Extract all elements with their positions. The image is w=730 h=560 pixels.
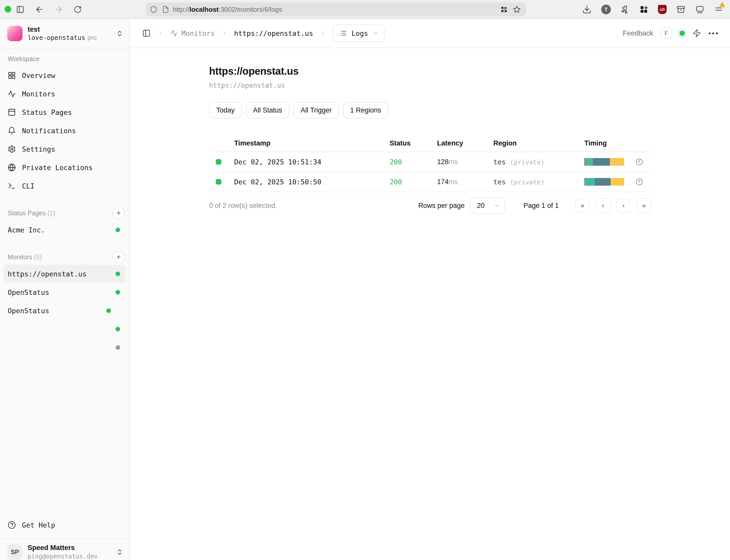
sidebar-item-monitors[interactable]: Monitors	[0, 85, 129, 103]
status-dot	[116, 345, 120, 350]
account-avatar[interactable]: T	[601, 5, 611, 14]
workspace-switcher[interactable]: test love-openstatuspro	[0, 19, 129, 48]
tab-frame-icon[interactable]	[695, 5, 704, 14]
status-dot	[116, 228, 120, 232]
live-status-dot	[680, 31, 685, 36]
prev-page-button[interactable]: ‹	[595, 198, 610, 213]
page-subtitle: https://openstat.us	[209, 82, 730, 89]
more-options-button[interactable]	[709, 32, 718, 34]
first-page-button[interactable]: «	[575, 198, 590, 213]
next-page-button[interactable]: ›	[616, 198, 631, 213]
monitor-item[interactable]: https://openstat.us	[4, 265, 126, 283]
sidebar-item-status-pages[interactable]: Status Pages	[0, 103, 129, 121]
feedback-shortcut-badge: F	[661, 28, 672, 39]
forward-icon[interactable]	[54, 5, 63, 14]
cell-status: 200	[389, 158, 437, 166]
page-icon[interactable]	[162, 6, 169, 13]
filter-status[interactable]: All Status	[246, 102, 289, 118]
chevrons-up-down-icon[interactable]	[116, 548, 123, 556]
status-page-item[interactable]: Acme Inc.	[4, 221, 126, 239]
workspace-avatar	[7, 26, 23, 41]
url-text: http://localhost:3002/monitors/6/logs	[173, 6, 282, 14]
main-panel: Monitors https://openstat.us Logs Feedba…	[130, 19, 730, 560]
status-dot	[116, 290, 120, 295]
chevron-down-icon	[373, 30, 378, 36]
col-status[interactable]: Status	[389, 139, 437, 147]
cell-region: tes (private)	[493, 158, 584, 166]
cell-latency: 174ms	[437, 178, 493, 186]
cell-timestamp: Dec 02, 2025 10:51:34	[234, 158, 389, 166]
get-help-button[interactable]: Get Help	[0, 516, 129, 534]
page-header: Monitors https://openstat.us Logs Feedba…	[130, 19, 730, 48]
col-timing[interactable]: Timing	[584, 139, 651, 147]
col-region[interactable]: Region	[493, 139, 584, 147]
filter-trigger[interactable]: All Trigger	[294, 102, 339, 118]
breadcrumb: Monitors https://openstat.us Logs	[142, 25, 385, 42]
url-bar[interactable]: http://localhost:3002/monitors/6/logs	[146, 2, 526, 17]
user-menu[interactable]: SP Speed Matters ping@openstatus.dev	[0, 539, 129, 560]
col-timestamp[interactable]: Timestamp	[234, 139, 389, 147]
zap-icon[interactable]	[692, 29, 701, 38]
sidebar-item-settings[interactable]: Settings	[0, 140, 129, 158]
status-dot	[116, 272, 120, 276]
sidebar-item-cli[interactable]: CLI	[0, 177, 129, 195]
status-dot	[116, 327, 120, 331]
panel-toggle-icon[interactable]	[142, 29, 151, 38]
terminal-icon	[8, 182, 16, 190]
back-icon[interactable]	[35, 5, 44, 14]
chevron-right-icon	[320, 30, 326, 36]
add-monitor-button[interactable]: +	[113, 251, 125, 263]
sidebar-item-private-locations[interactable]: Private Locations	[0, 158, 129, 177]
filter-date[interactable]: Today	[209, 102, 242, 118]
timing-bar	[584, 158, 624, 166]
breadcrumb-monitors[interactable]: Monitors	[170, 29, 215, 37]
selection-info: 0 of 2 row(s) selected.	[209, 202, 277, 210]
reload-icon[interactable]	[74, 5, 82, 14]
traffic-light-button[interactable]	[5, 6, 11, 13]
table-footer: 0 of 2 row(s) selected. Rows per page 20…	[209, 197, 651, 214]
monitor-item[interactable]: OpenStatus	[4, 283, 126, 301]
bookmark-star-icon[interactable]	[513, 5, 521, 14]
cell-timing	[584, 178, 651, 186]
download-icon[interactable]	[582, 5, 591, 14]
sidebar-toggle-icon[interactable]	[16, 5, 25, 14]
cell-latency: 128ms	[437, 158, 493, 166]
col-latency[interactable]: Latency	[437, 139, 493, 147]
monitor-item[interactable]: OpenStatus	[4, 301, 126, 320]
panel-icon	[8, 108, 16, 116]
monitor-item[interactable]	[4, 338, 126, 357]
monitor-item[interactable]	[4, 320, 126, 338]
table-row[interactable]: Dec 02, 2025 10:50:50 200 174ms tes (pri…	[209, 172, 651, 192]
page-title: https://openstat.us	[209, 65, 730, 77]
clock-icon[interactable]	[635, 178, 643, 186]
list-icon	[339, 29, 347, 37]
view-selector-button[interactable]: Logs	[333, 25, 385, 42]
breadcrumb-monitor-name[interactable]: https://openstat.us	[234, 29, 313, 37]
container-icon[interactable]	[500, 6, 508, 13]
add-status-page-button[interactable]: +	[113, 207, 125, 219]
filter-regions[interactable]: 1 Regions	[343, 102, 388, 118]
sidebar-item-overview[interactable]: Overview	[0, 66, 129, 85]
update-badge	[719, 1, 726, 7]
shield-icon[interactable]	[150, 6, 158, 13]
chevrons-up-down-icon[interactable]	[116, 30, 123, 37]
clock-icon[interactable]	[635, 158, 643, 166]
workspace-section-label: Workspace	[8, 55, 122, 63]
monitors-section-header: Monitors (5) +	[0, 249, 129, 265]
status-pages-section-header: Status Pages (1) +	[0, 205, 129, 221]
logs-page: https://openstat.us https://openstat.us …	[130, 48, 730, 214]
rows-per-page-select[interactable]: 20	[470, 197, 505, 214]
ublock-shield-icon[interactable]: uO	[658, 5, 667, 14]
feedback-button[interactable]: Feedback	[623, 29, 653, 37]
user-name: Speed Matters	[28, 544, 98, 552]
extensions-grid-icon[interactable]	[639, 5, 648, 14]
sidebar-item-notifications[interactable]: Notifications	[0, 121, 129, 140]
last-page-button[interactable]: »	[636, 198, 651, 213]
table-row[interactable]: Dec 02, 2025 10:51:34 200 128ms tes (pri…	[209, 152, 651, 172]
bell-icon	[8, 127, 16, 135]
divider	[0, 48, 129, 49]
extension-puzzle-icon[interactable]	[621, 5, 630, 14]
archive-icon[interactable]	[676, 5, 686, 14]
menu-icon[interactable]	[714, 5, 723, 14]
activity-icon	[8, 90, 16, 98]
